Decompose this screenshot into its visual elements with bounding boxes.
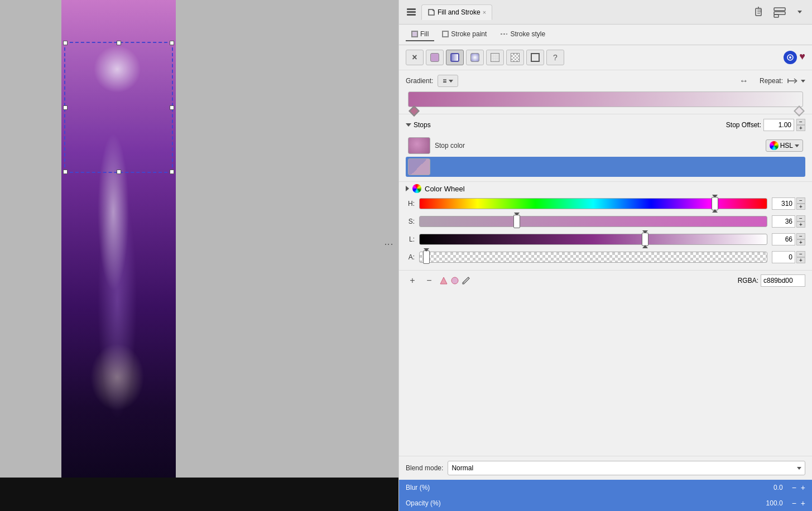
gradient-flip-btn[interactable]: ↔ xyxy=(739,76,748,86)
layers-icon-btn[interactable] xyxy=(772,4,787,20)
l-dec-btn[interactable]: − xyxy=(796,233,805,239)
gradient-preview-bar[interactable] xyxy=(408,91,803,107)
tab-fill-and-stroke[interactable]: Fill and Stroke × xyxy=(421,4,492,20)
fill-stroke-tabs: Fill Stroke paint Stroke style xyxy=(399,25,812,45)
stop-offset-input[interactable] xyxy=(763,119,794,131)
color-stop-item[interactable]: Stop color HSL xyxy=(406,136,805,156)
svg-rect-4 xyxy=(774,8,785,11)
panel-header: Fill and Stroke × xyxy=(399,0,812,25)
l-slider-thumb[interactable] xyxy=(642,233,648,246)
l-slider-track xyxy=(419,234,767,245)
a-slider-row: A: − + xyxy=(406,250,805,264)
color-wheel-row[interactable]: Color Wheel xyxy=(406,184,805,193)
tab-fill[interactable]: Fill xyxy=(406,28,434,41)
opacity-value: 100.0 xyxy=(766,499,783,507)
h-inc-dec: − + xyxy=(796,197,805,210)
s-slider-container[interactable] xyxy=(419,214,767,229)
h-slider-container[interactable] xyxy=(419,196,767,211)
stops-offset-row: Stop Offset: − + xyxy=(726,119,805,131)
remove-stop-btn[interactable]: − xyxy=(422,274,436,287)
h-dec-btn[interactable]: − xyxy=(796,197,805,204)
color-wheel-label: Color Wheel xyxy=(425,185,465,193)
stop-offset-inc-btn[interactable]: + xyxy=(796,125,805,131)
repeat-btn[interactable] xyxy=(787,77,805,85)
s-dec-btn[interactable]: − xyxy=(796,215,805,221)
rgba-input[interactable] xyxy=(761,274,805,287)
radial-grad-icon xyxy=(470,53,479,62)
canvas-context-menu[interactable]: ⋮ xyxy=(383,240,394,250)
blend-mode-select[interactable]: Normal xyxy=(448,461,805,475)
tab-fill-stroke-label: Fill and Stroke xyxy=(438,8,481,16)
stops-expand-triangle xyxy=(406,123,411,127)
svg-rect-0 xyxy=(407,8,416,10)
question-icon: ? xyxy=(553,53,558,62)
panel-stack-icon[interactable] xyxy=(403,4,419,20)
fill-type-flat-btn[interactable] xyxy=(426,50,444,65)
fill-type-linear-btn[interactable] xyxy=(446,50,464,65)
opacity-label: Opacity (%) xyxy=(406,499,762,507)
tab-stroke-paint[interactable]: Stroke paint xyxy=(436,28,492,41)
dropper-icon[interactable] xyxy=(462,276,470,285)
l-inc-btn[interactable]: + xyxy=(796,239,805,245)
opacity-inc-btn[interactable]: + xyxy=(801,499,805,508)
add-stop-btn[interactable]: + xyxy=(406,274,419,287)
export-icon-btn[interactable] xyxy=(752,4,767,20)
fill-type-radial-btn[interactable] xyxy=(466,50,484,65)
a-slider-container[interactable] xyxy=(419,250,767,264)
chevron-down-header[interactable] xyxy=(792,4,808,20)
fill-type-swatch-btn[interactable] xyxy=(506,50,524,65)
fill-type-mesh-btn[interactable] xyxy=(486,50,504,65)
color-triangle-icon[interactable] xyxy=(439,276,448,285)
right-panel: Fill and Stroke × xyxy=(398,0,812,511)
s-slider-thumb[interactable] xyxy=(513,215,520,228)
fill-type-none-btn[interactable]: × xyxy=(406,50,424,65)
stops-label-row[interactable]: Stops xyxy=(406,121,431,129)
edit-gradient-icon[interactable] xyxy=(784,51,797,64)
heart-icon[interactable]: ♥ xyxy=(799,51,805,64)
hsl-dropdown[interactable]: HSL xyxy=(766,139,803,152)
blur-dec-btn[interactable]: − xyxy=(792,483,796,492)
blur-inc-btn[interactable]: + xyxy=(801,483,805,492)
stops-header: Stops Stop Offset: − + xyxy=(406,119,805,131)
stops-toolbar: + − RGBA: xyxy=(399,270,812,291)
h-inc-btn[interactable]: + xyxy=(796,204,805,210)
svg-point-9 xyxy=(789,56,791,59)
color-stops-list: Stop color HSL xyxy=(406,136,805,177)
rgba-row: RGBA: xyxy=(738,274,805,287)
l-value-input[interactable] xyxy=(772,233,795,245)
a-dec-btn[interactable]: − xyxy=(796,251,805,257)
color-wheel-expand-triangle xyxy=(406,186,409,191)
a-inc-btn[interactable]: + xyxy=(796,257,805,263)
l-slider-container[interactable] xyxy=(419,232,767,247)
a-slider-thumb[interactable] xyxy=(423,250,430,264)
panel-scrollable: Stops Stop Offset: − + Stop color xyxy=(399,114,812,456)
artwork xyxy=(61,0,176,511)
h-value-input[interactable] xyxy=(772,197,795,210)
color-circle-icon[interactable] xyxy=(450,276,459,285)
color-stop-swatch-2 xyxy=(408,158,430,175)
tab-stroke-style[interactable]: Stroke style xyxy=(494,28,551,41)
swatch-icon xyxy=(511,53,520,62)
gradient-section: Gradient: ≡ ↔ Repeat: xyxy=(399,70,812,114)
h-slider-thumb[interactable] xyxy=(712,197,718,210)
fill-stroke-tab-icon xyxy=(427,8,435,16)
s-inc-btn[interactable]: + xyxy=(796,221,805,228)
h-value-group: − + xyxy=(772,197,805,210)
flat-fill-icon xyxy=(430,53,439,62)
fill-type-stroke-btn[interactable] xyxy=(526,50,544,65)
stroke-box-icon xyxy=(531,53,540,62)
blur-row: Blur (%) 0.0 − + xyxy=(399,480,812,495)
stop-offset-dec-btn[interactable]: − xyxy=(796,119,805,125)
fill-type-unknown-btn[interactable]: ? xyxy=(546,50,564,65)
h-track-bottom-indicator xyxy=(712,209,718,213)
svg-point-16 xyxy=(462,282,464,285)
s-slider-track xyxy=(419,216,767,227)
color-stop-item-selected[interactable] xyxy=(406,157,805,177)
a-value-input[interactable] xyxy=(772,251,795,263)
color-wheel-section: Color Wheel H: − xyxy=(399,182,812,270)
gradient-type-btn[interactable]: ≡ xyxy=(438,75,458,87)
opacity-dec-btn[interactable]: − xyxy=(792,499,796,508)
tab-close-btn[interactable]: × xyxy=(483,9,486,16)
stop-color-label-1: Stop color xyxy=(435,142,465,150)
s-value-input[interactable] xyxy=(772,215,795,228)
